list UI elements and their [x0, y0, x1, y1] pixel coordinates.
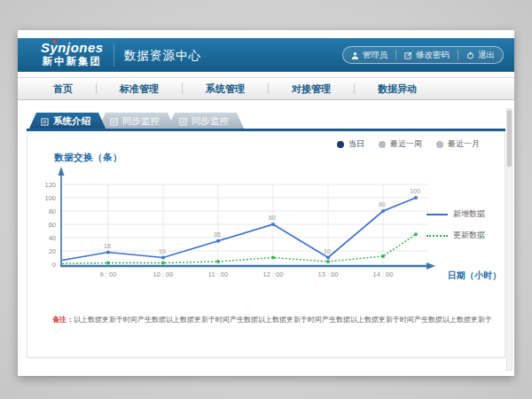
nav-item-3[interactable]: 系统管理 [183, 78, 268, 99]
nav-item-1[interactable]: 首页 [30, 78, 96, 99]
power-icon [466, 51, 474, 59]
logout-button[interactable]: 退出 [458, 50, 503, 60]
svg-text:60: 60 [49, 221, 56, 229]
svg-text:10: 10 [159, 248, 166, 254]
footnote-text: 以上数据更新于时间产生数据以上数据更新于时间产生数据以上数据更新于时间产生数据以… [74, 316, 492, 324]
scrollbar-track[interactable] [506, 108, 512, 371]
radio-unselected-icon [379, 141, 386, 148]
svg-text:9 : 00: 9 : 00 [100, 270, 117, 278]
svg-text:40: 40 [49, 234, 56, 242]
edit-icon [404, 51, 412, 59]
svg-text:35: 35 [214, 231, 221, 238]
legend-item-2: 更新数据 [426, 230, 485, 241]
brand-logo: Synjones 新中新集团 [41, 41, 104, 68]
svg-text:13 : 00: 13 : 00 [318, 270, 339, 278]
legend-label: 更新数据 [453, 230, 485, 241]
svg-text:100: 100 [410, 188, 420, 194]
svg-text:20: 20 [49, 247, 56, 255]
radio-selected-icon [337, 141, 344, 148]
svg-text:0: 0 [52, 261, 56, 269]
radio-unselected-icon [436, 141, 443, 148]
content-panel: 当日最近一周最近一月 数据交换（条） 0204060801001209 : 00… [27, 130, 505, 358]
tab-underline [27, 129, 505, 131]
svg-text:60: 60 [269, 215, 276, 221]
app-window: Synjones 新中新集团 数据资源中心 管理员 修改密码 [18, 30, 514, 376]
brand-text: Synjones [41, 40, 104, 55]
tab-bar: 系统介绍同步监控同步监控 [28, 113, 236, 130]
main-nav: 首页标准管理系统管理对接管理数据异动 [18, 77, 514, 100]
tab-doc-icon [110, 118, 118, 126]
legend-line-sample [426, 214, 448, 215]
legend-item-1: 新增数据 [426, 208, 485, 220]
user-toolbar: 管理员 修改密码 退出 [342, 46, 505, 64]
user-name: 管理员 [363, 50, 388, 61]
scrollbar-thumb[interactable] [507, 110, 512, 167]
line-chart: 0204060801001209 : 0010 : 0011 : 0012 : … [36, 148, 453, 283]
user-menu[interactable]: 管理员 [343, 50, 396, 60]
x-axis-title: 日期（小时） [448, 270, 501, 282]
svg-text:14 : 00: 14 : 00 [373, 270, 394, 278]
footnote-label: 备注： [52, 316, 74, 324]
change-password-button[interactable]: 修改密码 [395, 50, 458, 60]
tab-doc-icon [179, 118, 187, 126]
svg-text:18: 18 [104, 243, 111, 249]
brand-name-en: Synjones [41, 41, 104, 55]
svg-text:120: 120 [44, 181, 56, 189]
svg-text:80: 80 [49, 207, 56, 215]
tab-label: 同步监控 [122, 115, 160, 128]
tab-label: 系统介绍 [53, 115, 90, 128]
nav-item-5[interactable]: 数据异动 [355, 78, 440, 99]
footnote: 备注：以上数据更新于时间产生数据以上数据更新于时间产生数据以上数据更新于时间产生… [52, 315, 497, 325]
chart-legend: 新增数据更新数据 [426, 208, 485, 241]
svg-text:100: 100 [44, 194, 56, 202]
tab-doc-icon [41, 118, 49, 126]
legend-label: 新增数据 [453, 208, 485, 220]
change-password-label: 修改密码 [416, 50, 450, 61]
svg-text:80: 80 [379, 201, 386, 207]
svg-text:10: 10 [324, 248, 331, 254]
svg-text:11 : 00: 11 : 00 [208, 270, 228, 278]
legend-line-sample [426, 235, 448, 237]
app-header: Synjones 新中新集团 数据资源中心 管理员 修改密码 [18, 38, 514, 72]
svg-text:10 : 00: 10 : 00 [153, 270, 174, 278]
logout-label: 退出 [478, 50, 495, 61]
header-divider [113, 43, 114, 66]
tab-3[interactable]: 同步监控 [167, 113, 245, 130]
nav-item-2[interactable]: 标准管理 [97, 78, 182, 99]
tab-label: 同步监控 [192, 115, 229, 128]
svg-text:12 : 00: 12 : 00 [263, 270, 284, 278]
brand-name-cn: 新中新集团 [41, 55, 104, 68]
tab-1[interactable]: 系统介绍 [28, 113, 106, 130]
page-title: 数据资源中心 [124, 48, 201, 64]
nav-item-4[interactable]: 对接管理 [269, 78, 354, 99]
tab-2[interactable]: 同步监控 [98, 113, 176, 130]
user-icon [351, 51, 359, 59]
